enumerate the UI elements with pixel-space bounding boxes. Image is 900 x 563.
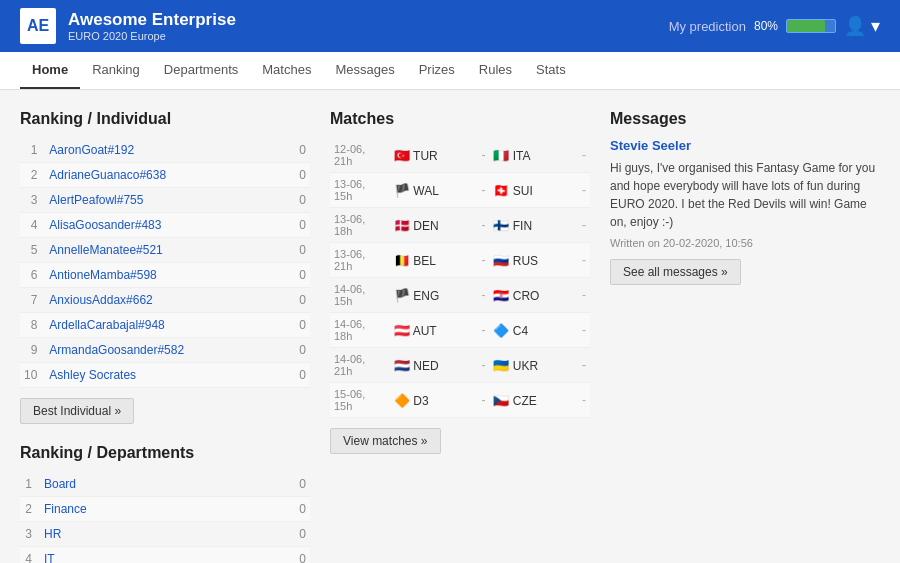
match-row: 13-06, 15h 🏴 WAL - 🇨🇭 SUI -	[330, 173, 590, 208]
table-row: 1 AaronGoat#192 0	[20, 138, 310, 163]
see-all-messages-button[interactable]: See all messages »	[610, 259, 741, 285]
match-date: 13-06, 21h	[330, 243, 390, 278]
name-cell[interactable]: AdrianeGuanaco#638	[45, 163, 290, 188]
score-cell: 0	[290, 363, 310, 388]
match-team2: 🇺🇦 UKR	[489, 348, 578, 383]
prediction-fill	[787, 20, 825, 32]
table-row: 1 Board 0	[20, 472, 310, 497]
match-date: 14-06, 18h	[330, 313, 390, 348]
match-score: -	[578, 243, 590, 278]
match-date: 15-06, 15h	[330, 383, 390, 418]
table-row: 7 AnxiousAddax#662 0	[20, 288, 310, 313]
match-row: 12-06, 21h 🇹🇷 TUR - 🇮🇹 ITA -	[330, 138, 590, 173]
score-cell: 0	[290, 288, 310, 313]
match-team2: 🇨🇿 CZE	[489, 383, 578, 418]
logo: AE	[20, 8, 56, 44]
match-score: -	[578, 383, 590, 418]
table-row: 2 AdrianeGuanaco#638 0	[20, 163, 310, 188]
table-row: 6 AntioneMamba#598 0	[20, 263, 310, 288]
dept-name-cell[interactable]: IT	[40, 547, 290, 564]
name-cell[interactable]: AnxiousAddax#662	[45, 288, 290, 313]
match-team1: 🔶 D3	[390, 383, 477, 418]
rank-cell: 6	[20, 263, 45, 288]
match-date: 12-06, 21h	[330, 138, 390, 173]
match-dash: -	[477, 243, 489, 278]
score-cell: 0	[290, 238, 310, 263]
score-cell: 0	[290, 138, 310, 163]
col-messages: Messages Stevie Seeler Hi guys, I've org…	[610, 110, 880, 563]
table-row: 8 ArdellaCarabajal#948 0	[20, 313, 310, 338]
prediction-label: My prediction	[669, 19, 746, 34]
match-row: 14-06, 15h 🏴 ENG - 🇭🇷 CRO -	[330, 278, 590, 313]
header: AE Awesome Enterprise EURO 2020 Europe M…	[0, 0, 900, 52]
score-cell: 0	[290, 522, 310, 547]
ranking-departments-title: Ranking / Departments	[20, 444, 310, 462]
message-text: Hi guys, I've organised this Fantasy Gam…	[610, 159, 880, 231]
score-cell: 0	[290, 338, 310, 363]
header-left: AE Awesome Enterprise EURO 2020 Europe	[20, 8, 236, 44]
nav-home[interactable]: Home	[20, 52, 80, 89]
table-row: 2 Finance 0	[20, 497, 310, 522]
match-row: 13-06, 21h 🇧🇪 BEL - 🇷🇺 RUS -	[330, 243, 590, 278]
dept-name-cell[interactable]: HR	[40, 522, 290, 547]
match-dash: -	[477, 313, 489, 348]
match-dash: -	[477, 138, 489, 173]
rank-cell: 7	[20, 288, 45, 313]
name-cell[interactable]: ArdellaCarabajal#948	[45, 313, 290, 338]
app-name: Awesome Enterprise	[68, 10, 236, 30]
match-dash: -	[477, 383, 489, 418]
nav-ranking[interactable]: Ranking	[80, 52, 152, 89]
col-matches: Matches 12-06, 21h 🇹🇷 TUR - 🇮🇹 ITA - 13-…	[330, 110, 590, 563]
score-cell: 0	[290, 547, 310, 564]
match-team1: 🇳🇱 NED	[390, 348, 477, 383]
match-team1: 🇧🇪 BEL	[390, 243, 477, 278]
score-cell: 0	[290, 263, 310, 288]
message-date: Written on 20-02-2020, 10:56	[610, 237, 880, 249]
match-row: 14-06, 18h 🇦🇹 AUT - 🔷 C4 -	[330, 313, 590, 348]
match-team2: 🇷🇺 RUS	[489, 243, 578, 278]
match-team1: 🇹🇷 TUR	[390, 138, 477, 173]
ranking-individual-title: Ranking / Individual	[20, 110, 310, 128]
ranking-departments-section: Ranking / Departments 1 Board 0 2 Financ…	[20, 444, 310, 563]
best-individual-button[interactable]: Best Individual »	[20, 398, 134, 424]
nav-stats[interactable]: Stats	[524, 52, 578, 89]
nav-messages[interactable]: Messages	[323, 52, 406, 89]
user-icon[interactable]: 👤 ▾	[844, 15, 880, 37]
table-row: 4 IT 0	[20, 547, 310, 564]
name-cell[interactable]: Ashley Socrates	[45, 363, 290, 388]
rank-cell: 2	[20, 497, 40, 522]
match-dash: -	[477, 348, 489, 383]
nav-rules[interactable]: Rules	[467, 52, 524, 89]
table-row: 9 ArmandaGoosander#582 0	[20, 338, 310, 363]
match-dash: -	[477, 173, 489, 208]
rank-cell: 1	[20, 138, 45, 163]
rank-cell: 8	[20, 313, 45, 338]
view-matches-button[interactable]: View matches »	[330, 428, 441, 454]
ranking-departments-table: 1 Board 0 2 Finance 0 3 HR 0 4 IT 0 5 Ma…	[20, 472, 310, 563]
rank-cell: 3	[20, 188, 45, 213]
match-date: 14-06, 15h	[330, 278, 390, 313]
name-cell[interactable]: AnnelleManatee#521	[45, 238, 290, 263]
nav-matches[interactable]: Matches	[250, 52, 323, 89]
match-row: 14-06, 21h 🇳🇱 NED - 🇺🇦 UKR -	[330, 348, 590, 383]
dept-name-cell[interactable]: Board	[40, 472, 290, 497]
match-dash: -	[477, 208, 489, 243]
nav-departments[interactable]: Departments	[152, 52, 250, 89]
table-row: 3 HR 0	[20, 522, 310, 547]
score-cell: 0	[290, 497, 310, 522]
message-author[interactable]: Stevie Seeler	[610, 138, 880, 153]
name-cell[interactable]: AlertPeafowl#755	[45, 188, 290, 213]
rank-cell: 4	[20, 213, 45, 238]
name-cell[interactable]: AlisaGoosander#483	[45, 213, 290, 238]
table-row: 4 AlisaGoosander#483 0	[20, 213, 310, 238]
match-team1: 🇩🇰 DEN	[390, 208, 477, 243]
name-cell[interactable]: AntioneMamba#598	[45, 263, 290, 288]
match-team2: 🇮🇹 ITA	[489, 138, 578, 173]
score-cell: 0	[290, 213, 310, 238]
nav-prizes[interactable]: Prizes	[407, 52, 467, 89]
name-cell[interactable]: ArmandaGoosander#582	[45, 338, 290, 363]
dept-name-cell[interactable]: Finance	[40, 497, 290, 522]
name-cell[interactable]: AaronGoat#192	[45, 138, 290, 163]
match-team1: 🇦🇹 AUT	[390, 313, 477, 348]
match-date: 13-06, 15h	[330, 173, 390, 208]
